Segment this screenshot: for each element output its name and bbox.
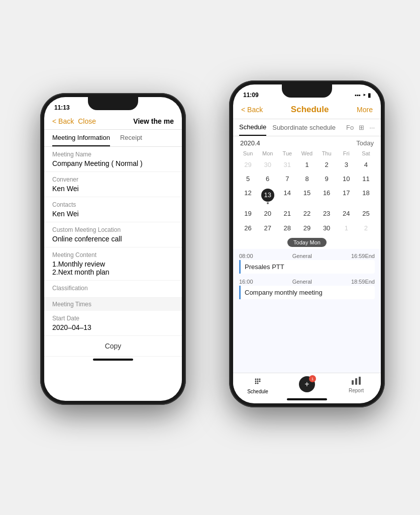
- cal-day[interactable]: 7: [277, 172, 297, 186]
- classification-row: Classification: [44, 281, 182, 298]
- report-icon: [351, 376, 361, 387]
- event-1-end: 16:59End: [351, 253, 375, 259]
- cal-day[interactable]: 12: [238, 186, 258, 207]
- event-2-card[interactable]: Company monthly meeting: [239, 286, 375, 299]
- filter-icon[interactable]: ⊞: [359, 124, 364, 131]
- home-indicator-left: [93, 359, 133, 361]
- cal-day[interactable]: 15: [297, 186, 317, 207]
- cal-day[interactable]: 27: [258, 221, 277, 235]
- more-button-right[interactable]: More: [357, 106, 373, 114]
- copy-row: Copy: [44, 336, 182, 357]
- cal-day[interactable]: 1: [297, 158, 317, 172]
- day-header-sun: Sun: [238, 149, 258, 158]
- tab-meeting-info[interactable]: Meeting Information: [52, 130, 110, 146]
- cal-day[interactable]: 17: [337, 186, 356, 207]
- cal-day[interactable]: 9: [317, 172, 337, 186]
- tab-report-label: Report: [349, 388, 364, 393]
- cal-week-4: 19 20 21 22 23 24 25: [238, 207, 376, 221]
- more-dots-icon[interactable]: ···: [369, 124, 375, 131]
- cal-day[interactable]: 28: [277, 221, 297, 235]
- tab-receipt[interactable]: Receipt: [120, 130, 142, 146]
- cal-day[interactable]: 20: [258, 207, 277, 221]
- phones-container: 11:13 < Back Close View the me Meeting I…: [0, 0, 420, 515]
- svg-point-4: [257, 381, 259, 382]
- cal-day-today[interactable]: 13: [258, 186, 277, 207]
- convener-row: Convener Ken Wei: [44, 172, 182, 197]
- event-2-end: 18:59End: [351, 279, 375, 285]
- signal-icon: ▪▪▪: [355, 92, 361, 98]
- svg-rect-8: [352, 380, 354, 385]
- cal-day[interactable]: 2: [317, 158, 337, 172]
- right-screen: 11:09 ▪▪▪ ‣ ▮ < Back Schedule More Sched…: [233, 84, 381, 403]
- cal-day[interactable]: 30: [258, 158, 277, 172]
- svg-point-1: [257, 379, 259, 380]
- cal-day[interactable]: 29: [238, 158, 258, 172]
- location-value: Online conference call: [52, 235, 174, 243]
- event-2-type: General: [292, 279, 312, 285]
- cal-day[interactable]: 6: [258, 172, 277, 186]
- tab-fo[interactable]: Fo: [346, 124, 354, 131]
- svg-point-3: [255, 381, 257, 382]
- cal-day[interactable]: 29: [297, 221, 317, 235]
- cal-day[interactable]: 10: [337, 172, 356, 186]
- event-1: 08:00 General 16:59End Presales PTT: [239, 253, 375, 274]
- tab-add-item[interactable]: + 1: [282, 376, 332, 394]
- cal-day[interactable]: 4: [356, 158, 376, 172]
- event-1-time: 08:00 General 16:59End: [239, 253, 375, 259]
- cal-day[interactable]: 3: [337, 158, 356, 172]
- cal-day[interactable]: 22: [297, 207, 317, 221]
- tab-subordinate[interactable]: Subordinate schedule: [272, 120, 336, 135]
- cal-day[interactable]: 5: [238, 172, 258, 186]
- time-right: 11:09: [243, 92, 259, 99]
- cal-day[interactable]: 24: [337, 207, 356, 221]
- cal-day[interactable]: 19: [238, 207, 258, 221]
- close-button-left[interactable]: Close: [78, 117, 96, 125]
- svg-rect-10: [359, 377, 361, 385]
- cal-day[interactable]: 2: [356, 221, 376, 235]
- cal-day[interactable]: 30: [317, 221, 337, 235]
- nav-bar-left: < Back Close View the me: [44, 115, 182, 130]
- calendar-header: 2020.4 Today: [233, 136, 381, 149]
- cal-day[interactable]: 14: [277, 186, 297, 207]
- convener-value: Ken Wei: [52, 185, 174, 193]
- notch-left: [88, 97, 138, 110]
- content-row: Meeting Content 1.Monthly review2.Next m…: [44, 247, 182, 281]
- phone-right: 11:09 ▪▪▪ ‣ ▮ < Back Schedule More Sched…: [229, 80, 385, 407]
- day-header-fri: Fri: [337, 149, 356, 158]
- event-1-card[interactable]: Presales PTT: [239, 260, 375, 274]
- day-header-tue: Tue: [277, 149, 297, 158]
- svg-point-2: [259, 379, 261, 380]
- day-headers-row: Sun Mon Tue Wed Thu Fri Sat: [238, 149, 376, 158]
- today-button[interactable]: Today: [356, 139, 374, 147]
- cal-day[interactable]: 25: [356, 207, 376, 221]
- cal-day[interactable]: 31: [277, 158, 297, 172]
- tab-schedule[interactable]: Schedule: [239, 119, 266, 136]
- cal-day[interactable]: 18: [356, 186, 376, 207]
- nav-title-left: View the me: [133, 117, 174, 125]
- today-pill: Today Mon: [233, 235, 381, 249]
- cal-day[interactable]: 21: [277, 207, 297, 221]
- back-button-left[interactable]: < Back: [52, 117, 74, 125]
- cal-day[interactable]: 8: [297, 172, 317, 186]
- location-row: Custom Meeting Location Online conferenc…: [44, 222, 182, 247]
- cal-day[interactable]: 26: [238, 221, 258, 235]
- svg-rect-9: [355, 378, 357, 385]
- meeting-times-header: Meeting Times: [44, 298, 182, 311]
- home-indicator-right: [287, 398, 327, 400]
- cal-week-1: 29 30 31 1 2 3 4: [238, 158, 376, 172]
- add-icon[interactable]: + 1: [299, 376, 315, 392]
- back-button-right[interactable]: < Back: [241, 106, 263, 114]
- cal-day[interactable]: 11: [356, 172, 376, 186]
- cal-day[interactable]: 23: [317, 207, 337, 221]
- copy-button[interactable]: Copy: [52, 340, 174, 352]
- cal-day[interactable]: 16: [317, 186, 337, 207]
- schedule-tabs: Schedule Subordinate schedule Fo ⊞ ···: [233, 119, 381, 136]
- event-1-type: General: [292, 253, 312, 259]
- tab-bar-right: Schedule + 1: [233, 373, 381, 396]
- cal-day[interactable]: 1: [337, 221, 356, 235]
- tab-report-item[interactable]: Report: [332, 376, 381, 394]
- event-2: 16:00 General 18:59End Company monthly m…: [239, 279, 375, 299]
- meeting-tabs: Meeting Information Receipt: [44, 130, 182, 147]
- tab-schedule-item[interactable]: Schedule: [233, 376, 282, 394]
- contacts-value: Ken Wei: [52, 210, 174, 218]
